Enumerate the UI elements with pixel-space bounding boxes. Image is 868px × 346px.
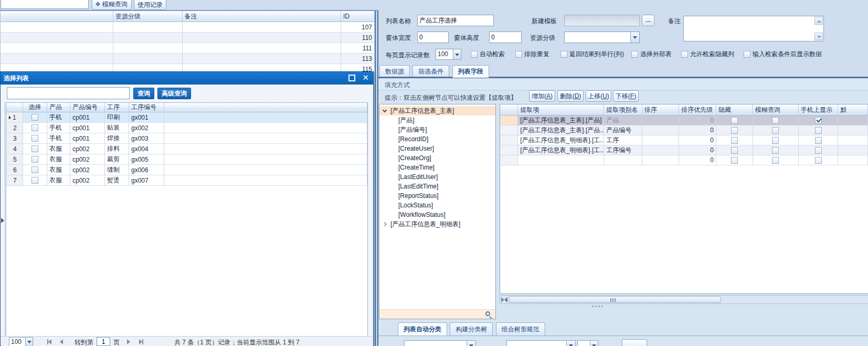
next-page-icon[interactable] bbox=[127, 339, 130, 346]
chevron-down-icon[interactable] bbox=[630, 32, 639, 43]
column-header-sort[interactable]: 排序 bbox=[642, 104, 680, 116]
dialog-row[interactable]: 3 手机 cp001 焊接 gx003 bbox=[6, 133, 367, 144]
form-height-input[interactable] bbox=[489, 32, 522, 43]
goto-page-input[interactable] bbox=[97, 337, 110, 346]
top-search-input[interactable] bbox=[1, 0, 89, 9]
tab-list-auto-classify[interactable]: 列表自动分类 bbox=[398, 322, 447, 336]
checkbox-icon[interactable] bbox=[772, 157, 779, 164]
column-header-alias[interactable]: 提取项别名 bbox=[604, 104, 642, 116]
remark-scroll-up-icon[interactable] bbox=[814, 17, 823, 25]
form-width-input[interactable] bbox=[417, 32, 449, 43]
tree-node-field[interactable]: [CreateUser] bbox=[379, 144, 495, 153]
checkbox-icon[interactable] bbox=[731, 117, 738, 124]
checkbox-icon[interactable] bbox=[31, 145, 38, 152]
scroll-left-icon[interactable] bbox=[500, 296, 509, 303]
checkbox-icon[interactable] bbox=[31, 177, 38, 184]
bottom-form-select-2[interactable] bbox=[506, 340, 576, 346]
new-template-browse-button[interactable]: ... bbox=[642, 15, 654, 26]
extract-row[interactable]: 0 bbox=[500, 155, 868, 165]
chevron-down-icon[interactable] bbox=[25, 338, 33, 346]
tree-node-field[interactable]: [产品编号] bbox=[379, 125, 495, 134]
checkbox-external-table[interactable]: 选择外部表 bbox=[631, 50, 672, 59]
remark-textarea[interactable] bbox=[683, 16, 824, 41]
chevron-down-icon[interactable] bbox=[453, 49, 461, 59]
table-row[interactable]: 107 bbox=[1, 22, 375, 33]
checkbox-icon[interactable] bbox=[731, 127, 738, 134]
list-name-input[interactable] bbox=[417, 15, 494, 26]
move-down-button[interactable]: 下移(F) bbox=[613, 90, 639, 102]
checkbox-icon[interactable] bbox=[772, 137, 779, 144]
first-page-icon[interactable] bbox=[47, 339, 51, 346]
checkbox-icon[interactable] bbox=[772, 147, 779, 154]
column-header-blank[interactable] bbox=[1, 11, 113, 22]
search-icon[interactable] bbox=[485, 311, 490, 316]
last-page-icon[interactable] bbox=[139, 339, 143, 346]
checkbox-icon[interactable] bbox=[31, 124, 38, 131]
advanced-query-button[interactable]: 高级查询 bbox=[157, 88, 191, 99]
checkbox-icon[interactable] bbox=[731, 137, 738, 144]
query-button[interactable]: 查询 bbox=[133, 88, 154, 99]
chevron-down-icon[interactable] bbox=[590, 341, 598, 346]
tab-filter-conditions[interactable]: 筛选条件 bbox=[412, 65, 449, 78]
tree-node-field[interactable]: [WorkflowStatus] bbox=[379, 210, 495, 219]
tree-node-field[interactable]: [RecordID] bbox=[379, 134, 495, 144]
checkbox-show-data-after-condition[interactable]: 输入检索条件后显示数据 bbox=[744, 50, 822, 59]
column-header-fuzzy[interactable]: 模糊查询 bbox=[753, 104, 799, 116]
column-header-extract-item[interactable]: 提取项 bbox=[518, 104, 604, 116]
checkbox-icon[interactable] bbox=[31, 156, 38, 163]
checkbox-checked-icon[interactable] bbox=[815, 117, 822, 124]
dialog-left-splitter[interactable] bbox=[5, 102, 5, 337]
usage-record-button[interactable]: 使用记录 bbox=[134, 0, 166, 10]
column-header-resource-level[interactable]: 资源分级 bbox=[113, 11, 183, 22]
checkbox-icon[interactable] bbox=[31, 114, 38, 121]
checkbox-icon[interactable] bbox=[515, 51, 522, 58]
dialog-row[interactable]: 7 衣服 cp002 熨烫 gx007 bbox=[6, 175, 367, 186]
resource-level-select[interactable] bbox=[564, 32, 640, 43]
dialog-row[interactable]: 6 衣服 cp002 缝制 gx006 bbox=[6, 165, 367, 175]
table-row[interactable]: 115 bbox=[1, 64, 375, 71]
checkbox-icon[interactable] bbox=[681, 51, 688, 58]
tree-node-field[interactable]: [CreateOrg] bbox=[379, 153, 495, 163]
tree-node-field[interactable]: [CreateTime] bbox=[379, 163, 495, 172]
extract-row[interactable]: [产品工序信息表_明细表].[工... 工序编号 0 bbox=[500, 145, 868, 155]
extract-row[interactable]: [产品工序信息表_明细表].[工... 工序 0 bbox=[500, 135, 868, 145]
close-icon[interactable]: ✕ bbox=[362, 73, 369, 82]
bottom-form-button[interactable] bbox=[622, 339, 647, 346]
checkbox-exclude-duplicates[interactable]: 排除重复 bbox=[515, 50, 549, 59]
checkbox-icon[interactable] bbox=[731, 147, 738, 154]
tree-node-main-table[interactable]: [产品工序信息表_主表] bbox=[379, 106, 495, 116]
column-header-product[interactable]: 产品 bbox=[47, 103, 70, 112]
page-size-select[interactable]: 100 bbox=[436, 49, 461, 60]
table-row[interactable]: 111 bbox=[1, 43, 375, 54]
checkbox-icon[interactable] bbox=[631, 51, 638, 58]
checkbox-icon[interactable] bbox=[731, 157, 738, 164]
move-up-button[interactable]: 上移(U) bbox=[586, 90, 611, 102]
checkbox-auto-search[interactable]: 自动检索 bbox=[471, 50, 505, 59]
maximize-icon[interactable] bbox=[348, 75, 355, 81]
delete-button[interactable]: 删除(D) bbox=[557, 90, 584, 102]
dialog-search-input[interactable] bbox=[7, 87, 130, 99]
column-header-hidden[interactable]: 隐藏 bbox=[716, 104, 753, 116]
panel-expand-grip-icon[interactable] bbox=[1, 218, 4, 223]
column-header-sort-priority[interactable]: 排序优先级 bbox=[679, 104, 716, 116]
column-header-process-code[interactable]: 工序编号 bbox=[129, 103, 164, 112]
dialog-row[interactable]: 4 衣服 cp002 排料 gx004 bbox=[6, 144, 367, 154]
chevron-right-icon[interactable] bbox=[383, 222, 387, 226]
chevron-down-icon[interactable] bbox=[566, 341, 575, 346]
checkbox-icon[interactable] bbox=[471, 51, 478, 58]
checkbox-icon[interactable] bbox=[31, 166, 38, 173]
tab-combined-tree-spec[interactable]: 组合树形规范 bbox=[496, 322, 545, 336]
checkbox-icon[interactable] bbox=[560, 51, 567, 58]
checkbox-search-hidden-columns[interactable]: 允许检索隐藏列 bbox=[681, 50, 734, 59]
scrollbar-thumb[interactable] bbox=[509, 296, 721, 303]
column-header-select[interactable]: 选择 bbox=[23, 103, 47, 112]
dialog-row-selected[interactable]: 1 手机 cp001 印刷 gx001 bbox=[6, 112, 367, 123]
checkbox-icon[interactable] bbox=[815, 157, 822, 164]
checkbox-icon[interactable] bbox=[815, 127, 822, 134]
dialog-row[interactable]: 2 手机 cp001 贴装 gx002 bbox=[6, 123, 367, 133]
grid-horizontal-scrollbar[interactable] bbox=[500, 295, 868, 304]
tab-data-source[interactable]: 数据源 bbox=[379, 65, 410, 78]
tree-node-field[interactable]: [LastEditTime] bbox=[379, 182, 495, 191]
column-header-process[interactable]: 工序 bbox=[105, 103, 129, 112]
chevron-down-icon[interactable] bbox=[467, 341, 475, 346]
